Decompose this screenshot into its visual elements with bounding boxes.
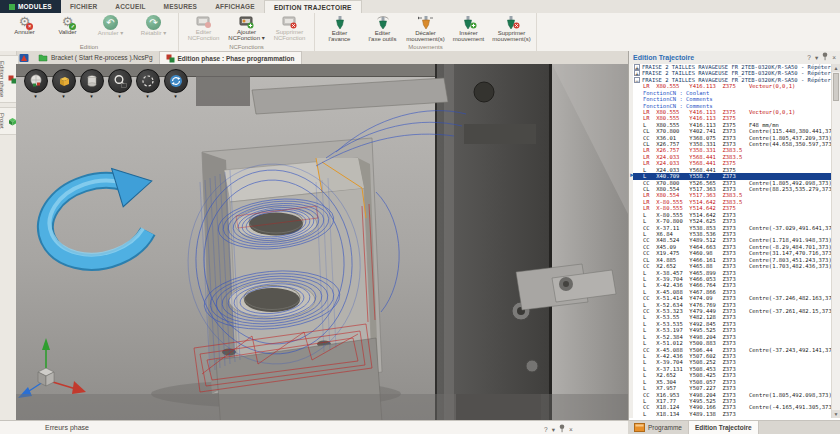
collapse-icon[interactable]: − bbox=[634, 77, 640, 83]
left-dock-bar: Edition phaseProjet bbox=[0, 51, 17, 420]
scrollbar-thumb[interactable] bbox=[833, 73, 839, 101]
tool-delete-icon bbox=[504, 15, 520, 30]
modules-cube-icon bbox=[9, 4, 15, 10]
zoom-tools-button[interactable]: ▾ bbox=[108, 69, 131, 98]
button-label: Décaler mouvement(s) bbox=[406, 30, 444, 42]
display-box-icon bbox=[57, 74, 71, 88]
current-move-arrow-icon: ► bbox=[629, 172, 635, 179]
dropdown-icon[interactable]: ▾ bbox=[552, 426, 555, 434]
viewport[interactable]: ▾▾▾▾▾▾ bbox=[16, 64, 628, 420]
ribbon-tab-accueil[interactable]: ACCUEIL bbox=[106, 0, 154, 13]
button-label: Rétablir ▾ bbox=[141, 30, 166, 36]
dropdown-caret-icon: ▾ bbox=[34, 94, 37, 98]
trajectory-row[interactable]: CC X2.652 Y465.88 Z373 Centre(1.703,482.… bbox=[629, 263, 840, 269]
machine-right-wall bbox=[552, 64, 628, 420]
ribbon-tab-modules[interactable]: MODULES bbox=[0, 0, 61, 13]
scroll-down-icon[interactable]: ▼ bbox=[832, 410, 840, 418]
ribbon-tab-label: EDITION TRAJECTOIRE bbox=[274, 4, 352, 11]
button-label: Editer l'avance bbox=[329, 30, 351, 42]
ribbon-tab-label: MODULES bbox=[18, 3, 52, 10]
edition-trajectoire-header: Edition Trajectoire ?▾× bbox=[629, 51, 840, 65]
bottom-tab-edition-trajectoire[interactable]: Edition Trajectoire bbox=[688, 421, 759, 434]
operation-label: FRAISE 2 TAILLES RAVAGEUSE FR_2TEB-0320K… bbox=[642, 77, 840, 83]
ribbon-group-buttons: ⚙×Annuler⚙✓Valider↶Annuler ▾↷Rétablir ▾ bbox=[3, 14, 175, 43]
erreurs-phase-title: Erreurs phase bbox=[45, 424, 89, 431]
trajectory-row[interactable]: CL X70.800 Y402.741 Z373 Centre(115.448,… bbox=[629, 128, 840, 134]
viewport-toolbar: ▾▾▾▾▾▾ bbox=[24, 69, 187, 98]
edition-trajectoire-panel: Edition Trajectoire ?▾× +FRAISE 2 TAILLE… bbox=[628, 51, 840, 420]
valider-button[interactable]: ⚙✓Valider bbox=[46, 14, 89, 35]
ribbon-group-label: NCFonctions bbox=[182, 43, 311, 51]
help-icon[interactable]: ? bbox=[807, 54, 811, 62]
ribbon-tab-edition-trajectoire[interactable]: EDITION TRAJECTOIRE bbox=[264, 0, 362, 13]
dropdown-caret-icon: ▾ bbox=[174, 94, 177, 98]
selection-mode-circle bbox=[136, 69, 160, 93]
supprimer-mouvement-s-button[interactable]: Supprimer mouvement(s) bbox=[490, 14, 533, 42]
tool-insert-icon bbox=[461, 15, 477, 30]
trajectory-row[interactable]: CC X19.475 Y460.98 Z373 Centre(31.147,47… bbox=[629, 250, 840, 256]
expand-icon[interactable]: + bbox=[634, 70, 640, 76]
editer-l-axe-outils-button[interactable]: Editer l'axe outils bbox=[361, 14, 404, 42]
document-tab-label: Edition phase : Phase programmation bbox=[178, 55, 295, 62]
ribbon-tab-fichier[interactable]: FICHIER bbox=[61, 0, 106, 13]
pin-icon[interactable] bbox=[822, 52, 828, 63]
stock-display-button[interactable]: ▾ bbox=[80, 69, 103, 98]
pin-icon[interactable] bbox=[559, 424, 565, 434]
supprimer-ncfonction-button[interactable]: Supprimer NCFonction bbox=[268, 14, 311, 41]
editer-l-avance-button[interactable]: Editer l'avance bbox=[318, 14, 361, 42]
trajectory-row[interactable]: CC X48.524 Y489.512 Z373 Centre(1.718,49… bbox=[629, 237, 840, 243]
ribbon-group-edition: ⚙×Annuler⚙✓Valider↶Annuler ▾↷Rétablir ▾E… bbox=[0, 13, 179, 51]
trajectory-row[interactable]: CC X-51.414 Y474.09 Z373 Centre(-37.246,… bbox=[629, 295, 840, 301]
ribbon-tab-mesures[interactable]: MESURES bbox=[155, 0, 207, 13]
scroll-up-icon[interactable]: ▲ bbox=[832, 64, 840, 72]
operation-label: FRAISE 2 TAILLES RAVAGEUSE FR_2TEB-0320K… bbox=[642, 70, 840, 76]
machine-floor bbox=[16, 394, 628, 420]
document-tab-edition-phase-phase-programmat[interactable]: Edition phase : Phase programmation bbox=[159, 51, 302, 64]
view-sphere-icon bbox=[29, 74, 43, 88]
trajectory-row[interactable]: CC X18.124 Y490.166 Z373 Centre(-4.165,4… bbox=[629, 404, 840, 410]
document-tab-label: Bracket ( Start Re-process ).NcsPg bbox=[51, 54, 153, 61]
trajectory-row[interactable]: L X18.134 Y489.138 Z373 bbox=[629, 411, 840, 417]
display-mode-button[interactable]: ▾ bbox=[52, 69, 75, 98]
selection-mode-button[interactable]: ▾ bbox=[136, 69, 159, 98]
ribbon-group-mouvements: Editer l'avanceEditer l'axe outilsDécale… bbox=[315, 13, 537, 51]
button-label: Insérer mouvement bbox=[453, 30, 484, 42]
trajectory-scrollbar[interactable]: ▲ ▼ bbox=[831, 64, 840, 418]
button-label: Ajouter NCFonction ▾ bbox=[228, 29, 264, 41]
view-orientation-button[interactable]: ▾ bbox=[24, 69, 47, 98]
dropdown-icon[interactable]: ▾ bbox=[815, 54, 818, 62]
magnifier-icon bbox=[113, 74, 127, 88]
dock-tab-label: Edition phase bbox=[0, 61, 5, 97]
ribbon-tab-label: FICHIER bbox=[70, 3, 97, 10]
help-icon[interactable]: ? bbox=[544, 426, 548, 434]
ribbon-tab-affichage[interactable]: AFFICHAGE bbox=[206, 0, 264, 13]
ins-rer-mouvement-button[interactable]: Insérer mouvement bbox=[447, 14, 490, 42]
document-tab-bracket-start-re-process-ncspg[interactable]: Bracket ( Start Re-process ).NcsPg bbox=[32, 51, 159, 64]
ribbon-group-buttons: Editer l'avanceEditer l'axe outilsDécale… bbox=[318, 14, 533, 43]
bottom-tab-programme[interactable]: Programme bbox=[628, 421, 688, 434]
annuler-button[interactable]: ↶Annuler ▾ bbox=[89, 14, 132, 36]
bottom-tab-label: Programme bbox=[648, 424, 682, 431]
zoom-tools-circle bbox=[108, 69, 132, 93]
redo-circle-icon: ↷ bbox=[146, 15, 161, 30]
annuler-button[interactable]: ⚙×Annuler bbox=[3, 14, 46, 35]
ribbon-group-ncfonctions: Editer NCFonctionAjouter NCFonction ▾Sup… bbox=[179, 13, 315, 51]
close-icon[interactable]: × bbox=[832, 54, 836, 62]
ajouter-ncfonction-button[interactable]: Ajouter NCFonction ▾ bbox=[225, 14, 268, 41]
bottom-tab-bar: ProgrammeEdition Trajectoire bbox=[628, 420, 840, 434]
trajectory-row[interactable]: CC X16.953 Y498.204 Z373 Centre(1.805,49… bbox=[629, 392, 840, 398]
button-label: Valider bbox=[58, 29, 76, 35]
ribbon-tab-bar: MODULESFICHIERACCUEILMESURESAFFICHAGEEDI… bbox=[0, 0, 840, 14]
editer-ncfonction-button[interactable]: Editer NCFonction bbox=[182, 14, 225, 41]
document-tab-bar: Bracket ( Start Re-process ).NcsPgEditio… bbox=[16, 51, 628, 65]
undo-circle-icon: ↶ bbox=[103, 15, 118, 30]
d-caler-mouvement-s-button[interactable]: Décaler mouvement(s) bbox=[404, 14, 447, 42]
viewport-3d-scene[interactable] bbox=[16, 64, 628, 420]
expand-icon[interactable]: + bbox=[634, 64, 640, 70]
r-tablir-button[interactable]: ↷Rétablir ▾ bbox=[132, 14, 175, 36]
view-refresh-button[interactable]: ▾ bbox=[164, 69, 187, 98]
panel-window-icons: ?▾× bbox=[544, 424, 573, 434]
trajectory-list[interactable]: +FRAISE 2 TAILLES RAVAGEUSE FR_2TEB-0320… bbox=[629, 64, 840, 418]
close-icon[interactable]: × bbox=[569, 426, 573, 434]
display-mode-circle bbox=[52, 69, 76, 93]
